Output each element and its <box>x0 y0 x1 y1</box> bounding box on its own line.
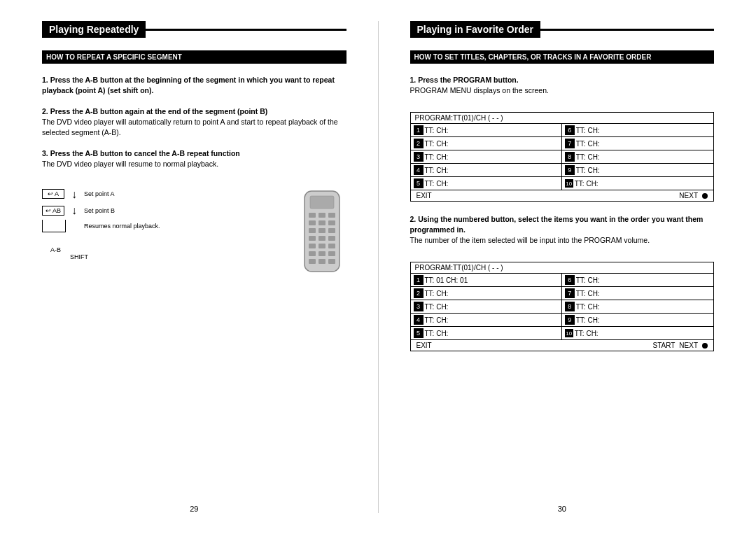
blue-dot-2 <box>702 343 708 349</box>
table2-footer: EXIT START NEXT <box>411 339 714 351</box>
icon-ab: ↩ AB <box>42 206 64 216</box>
svg-rect-15 <box>318 244 326 248</box>
right-title-badge: Playing in Favorite Order <box>410 21 541 38</box>
right-subsection-header: HOW TO SET TITLES, CHAPTERS, OR TRACKS I… <box>410 50 715 64</box>
table-row: 6 TT: CH: <box>562 274 713 287</box>
table-row: 7 TT: CH: <box>562 137 713 150</box>
svg-rect-20 <box>309 259 316 264</box>
icon-a: ↩ A <box>42 189 64 199</box>
table1-grid: 1 TT: CH: 6 TT: CH: 2 TT: CH: 7 TT: CH: … <box>411 124 714 190</box>
table-row: 5 TT: CH: <box>411 177 562 190</box>
svg-rect-17 <box>309 251 316 256</box>
diagram-area: ↩ A ↓ Set point A ↩ AB ↓ Set point B <box>42 188 346 280</box>
table-row: 4 TT: CH: <box>411 164 562 177</box>
table-row: 5 TT: CH: <box>411 327 562 339</box>
svg-rect-22 <box>328 259 335 264</box>
table2-next: NEXT <box>679 342 698 349</box>
left-title-line <box>146 29 346 31</box>
label-resume: Resumes normal playback. <box>84 223 160 230</box>
left-section-title: Playing Repeatedly <box>42 21 346 38</box>
svg-rect-13 <box>328 236 335 241</box>
label-set-point-b: Set point B <box>84 207 115 214</box>
table-row: 6 TT: CH: <box>562 124 713 137</box>
left-page-number: 29 <box>42 499 346 513</box>
table1-exit: EXIT <box>416 192 432 199</box>
table-row: 9 TT: CH: <box>562 164 713 177</box>
table2-header: PROGRAM:TT(01)/CH ( - - ) <box>411 262 714 274</box>
svg-rect-6 <box>318 220 326 225</box>
right-page-number: 30 <box>410 499 715 513</box>
svg-rect-4 <box>328 213 335 218</box>
table-row: 3 TT: CH: <box>411 150 562 164</box>
table2-grid: 1 TT: 01 CH: 01 6 TT: CH: 2 TT: CH: 7 TT… <box>411 274 714 339</box>
svg-rect-9 <box>318 228 326 233</box>
program-table-2: PROGRAM:TT(01)/CH ( - - ) 1 TT: 01 CH: 0… <box>410 262 715 351</box>
table1-footer-right: NEXT <box>679 192 708 199</box>
left-step2: 2. Press the A-B button again at the end… <box>42 106 346 137</box>
left-step1: 1. Press the A-B button at the beginning… <box>42 75 346 95</box>
table-row: 9 TT: CH: <box>562 314 713 327</box>
left-subsection-header: HOW TO REPEAT A SPECIFIC SEGMENT <box>42 50 346 64</box>
right-step1: 1. Press the PROGRAM button. PROGRAM MEN… <box>410 75 715 95</box>
svg-rect-7 <box>328 220 335 225</box>
table-row: 1 TT: CH: <box>411 124 562 137</box>
right-step2: 2. Using the numbered button, select the… <box>410 214 715 245</box>
table1-next: NEXT <box>679 192 698 199</box>
svg-rect-19 <box>328 251 335 256</box>
table-row: 2 TT: CH: <box>411 287 562 300</box>
table1-footer: EXIT NEXT <box>411 190 714 201</box>
table-row: 10 TT: CH: <box>562 327 713 339</box>
table2-exit: EXIT <box>416 342 432 349</box>
right-title-line <box>540 29 714 31</box>
table2-footer-right: START NEXT <box>652 342 708 349</box>
svg-rect-21 <box>318 259 326 264</box>
bracket <box>42 220 66 232</box>
left-column: Playing Repeatedly HOW TO REPEAT A SPECI… <box>42 21 346 513</box>
table-row: 3 TT: CH: <box>411 300 562 314</box>
table-row: 4 TT: CH: <box>411 314 562 327</box>
arrow-ab: ↓ <box>71 204 77 217</box>
svg-rect-3 <box>318 213 326 218</box>
table-row: 2 TT: CH: <box>411 137 562 150</box>
table-row: 1 TT: 01 CH: 01 <box>411 274 562 287</box>
remote-control-illustration <box>298 188 346 280</box>
shift-label: SHIFT <box>42 253 287 260</box>
program-table-1: PROGRAM:TT(01)/CH ( - - ) 1 TT: CH: 6 TT… <box>410 112 715 202</box>
table-row: 8 TT: CH: <box>562 300 713 314</box>
table-row: 7 TT: CH: <box>562 287 713 300</box>
left-title-badge: Playing Repeatedly <box>42 21 146 38</box>
svg-rect-14 <box>309 244 316 248</box>
table-row: 8 TT: CH: <box>562 150 713 164</box>
table-row: 10 TT: CH: <box>562 177 713 190</box>
svg-rect-16 <box>328 244 335 248</box>
column-divider <box>378 21 379 513</box>
svg-rect-12 <box>318 236 326 241</box>
svg-rect-8 <box>309 228 316 233</box>
label-set-point-a: Set point A <box>84 190 115 197</box>
ab-label: A-B <box>42 246 287 253</box>
arrow-a: ↓ <box>71 188 77 201</box>
svg-rect-1 <box>310 196 334 209</box>
right-section-title: Playing in Favorite Order <box>410 21 715 38</box>
svg-rect-2 <box>309 213 316 218</box>
right-column: Playing in Favorite Order HOW TO SET TIT… <box>410 21 715 513</box>
svg-rect-10 <box>328 228 335 233</box>
blue-dot-1 <box>702 193 708 199</box>
table1-header: PROGRAM:TT(01)/CH ( - - ) <box>411 113 714 124</box>
svg-rect-5 <box>309 220 316 225</box>
left-step3: 3. Press the A-B button to cancel the A-… <box>42 148 346 169</box>
table2-start: START <box>652 342 675 349</box>
svg-rect-11 <box>309 236 316 241</box>
svg-rect-18 <box>318 251 326 256</box>
